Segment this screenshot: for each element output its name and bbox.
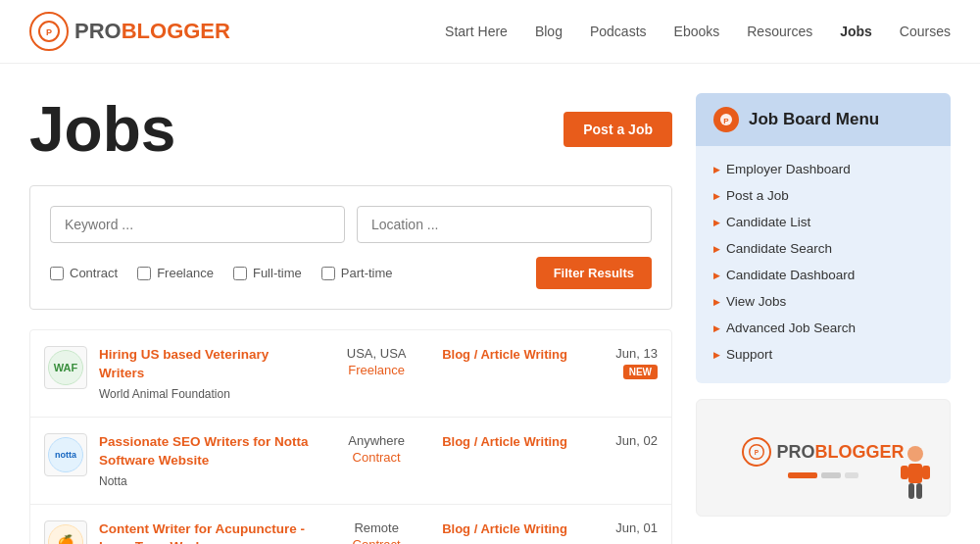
sidebar: P Job Board Menu Employer Dashboard Post… (696, 93, 951, 544)
fulltime-checkbox[interactable] (233, 267, 247, 280)
filter-parttime[interactable]: Part-time (321, 266, 393, 280)
menu-header: P Job Board Menu (696, 93, 951, 146)
content-area: Jobs Post a Job Contract Freelance (29, 93, 672, 544)
svg-rect-10 (908, 483, 914, 499)
job-category-1: Blog / Article Writing (442, 433, 567, 451)
menu-items: Employer Dashboard Post a Job Candidate … (696, 146, 951, 368)
main-layout: Jobs Post a Job Contract Freelance (0, 64, 980, 544)
job-title-2[interactable]: Content Writer for Acupuncture - Long Te… (99, 520, 311, 544)
tag-icon: P (719, 113, 733, 126)
promo-character (891, 444, 940, 506)
job-type-1: Contract (322, 450, 430, 465)
sidebar-item-support[interactable]: Support (713, 341, 933, 368)
job-date-1: Jun, 02 (579, 433, 658, 448)
job-info-2: Content Writer for Acupuncture - Long Te… (99, 520, 311, 544)
filter-row: Contract Freelance Full-time Part-time F… (50, 257, 652, 289)
filter-results-button[interactable]: Filter Results (536, 257, 652, 289)
sidebar-item-view-jobs[interactable]: View Jobs (713, 288, 933, 315)
post-job-button[interactable]: Post a Job (564, 112, 672, 147)
job-category-0: Blog / Article Writing (442, 346, 567, 364)
parttime-label: Part-time (341, 266, 393, 280)
site-header: P PROBLOGGER Start Here Blog Podcasts Eb… (0, 0, 980, 64)
job-date-2: Jun, 01 (579, 520, 658, 535)
job-title-0[interactable]: Hiring US based Veterinary Writers (99, 346, 311, 383)
site-logo[interactable]: P PROBLOGGER (29, 12, 230, 51)
sidebar-item-candidate-search[interactable]: Candidate Search (713, 235, 933, 262)
nav-jobs[interactable]: Jobs (840, 24, 872, 39)
filter-fulltime[interactable]: Full-time (233, 266, 302, 280)
freelance-checkbox[interactable] (137, 267, 151, 280)
job-city-1: Anywhere (322, 433, 430, 448)
logo-icon: P (29, 12, 69, 51)
menu-header-icon: P (713, 107, 739, 132)
company-logo-icon: notta (48, 437, 83, 472)
nav-resources[interactable]: Resources (747, 24, 812, 39)
job-date-0: Jun, 13 NEW (579, 346, 658, 379)
svg-point-6 (907, 446, 923, 462)
nav-blog[interactable]: Blog (535, 24, 563, 39)
promo-logo: P PROBLOGGER (742, 437, 904, 478)
company-logo-icon: 🍊 (48, 524, 83, 544)
filter-freelance[interactable]: Freelance (137, 266, 214, 280)
sidebar-item-candidate-list[interactable]: Candidate List (713, 209, 933, 235)
svg-rect-11 (916, 483, 922, 499)
sidebar-item-post-job[interactable]: Post a Job (713, 182, 933, 209)
table-row: notta Passionate SEO Writers for Notta S… (30, 418, 671, 505)
job-location-2: Remote Contract (322, 520, 430, 544)
job-city-0: USA, USA (322, 346, 430, 361)
location-input[interactable] (357, 206, 652, 243)
sidebar-item-employer-dashboard[interactable]: Employer Dashboard (713, 156, 933, 182)
job-type-2: Contract (322, 537, 430, 544)
nav-start-here[interactable]: Start Here (445, 24, 508, 39)
job-cat-link-1[interactable]: Blog / Article Writing (442, 433, 567, 451)
table-row: 🍊 Content Writer for Acupuncture - Long … (30, 505, 671, 544)
nav-podcasts[interactable]: Podcasts (590, 24, 647, 39)
svg-rect-9 (922, 466, 930, 479)
job-cat-link-2[interactable]: Blog / Article Writing (442, 520, 567, 538)
svg-rect-8 (901, 466, 908, 479)
freelance-label: Freelance (157, 266, 214, 280)
keyword-input[interactable] (50, 206, 345, 243)
job-company-0: World Animal Foundation (99, 387, 311, 401)
nav-courses[interactable]: Courses (900, 24, 951, 39)
job-cat-link-0[interactable]: Blog / Article Writing (442, 346, 567, 364)
nav-ebooks[interactable]: Ebooks (674, 24, 720, 39)
job-info-1: Passionate SEO Writers for Notta Softwar… (99, 433, 311, 488)
job-date-text-2: Jun, 01 (579, 520, 658, 535)
promo-banner: P PROBLOGGER (696, 399, 951, 517)
sidebar-item-advanced-search[interactable]: Advanced Job Search (713, 315, 933, 341)
main-nav: Start Here Blog Podcasts Ebooks Resource… (445, 24, 951, 39)
page-title: Jobs (29, 93, 175, 166)
svg-rect-7 (908, 464, 922, 483)
job-info-0: Hiring US based Veterinary Writers World… (99, 346, 311, 401)
job-logo-0: WAF (44, 346, 87, 389)
logo-text: PROBLOGGER (74, 19, 230, 44)
filter-contract[interactable]: Contract (50, 266, 118, 280)
job-type-0: Freelance (322, 363, 430, 377)
job-company-1: Notta (99, 474, 311, 488)
job-list: WAF Hiring US based Veterinary Writers W… (29, 329, 672, 544)
svg-text:P: P (755, 449, 760, 456)
job-board-menu: P Job Board Menu Employer Dashboard Post… (696, 93, 951, 383)
promo-logo-icon: P (742, 437, 771, 467)
job-location-0: USA, USA Freelance (322, 346, 430, 377)
job-date-text-0: Jun, 13 (579, 346, 658, 361)
new-badge-0: NEW (623, 365, 658, 379)
job-logo-2: 🍊 (44, 520, 87, 544)
company-logo-icon: WAF (48, 350, 83, 385)
job-city-2: Remote (322, 520, 430, 535)
job-category-2: Blog / Article Writing (442, 520, 567, 538)
sidebar-item-candidate-dashboard[interactable]: Candidate Dashboard (713, 262, 933, 288)
menu-title: Job Board Menu (749, 110, 879, 129)
job-logo-1: notta (44, 433, 87, 476)
contract-checkbox[interactable] (50, 267, 64, 280)
job-location-1: Anywhere Contract (322, 433, 430, 465)
parttime-checkbox[interactable] (321, 267, 335, 280)
job-title-1[interactable]: Passionate SEO Writers for Notta Softwar… (99, 433, 311, 470)
svg-text:P: P (723, 117, 729, 125)
job-date-text-1: Jun, 02 (579, 433, 658, 448)
page-title-row: Jobs Post a Job (29, 93, 672, 166)
contract-label: Contract (70, 266, 118, 280)
search-area: Contract Freelance Full-time Part-time F… (29, 185, 672, 310)
fulltime-label: Full-time (253, 266, 302, 280)
